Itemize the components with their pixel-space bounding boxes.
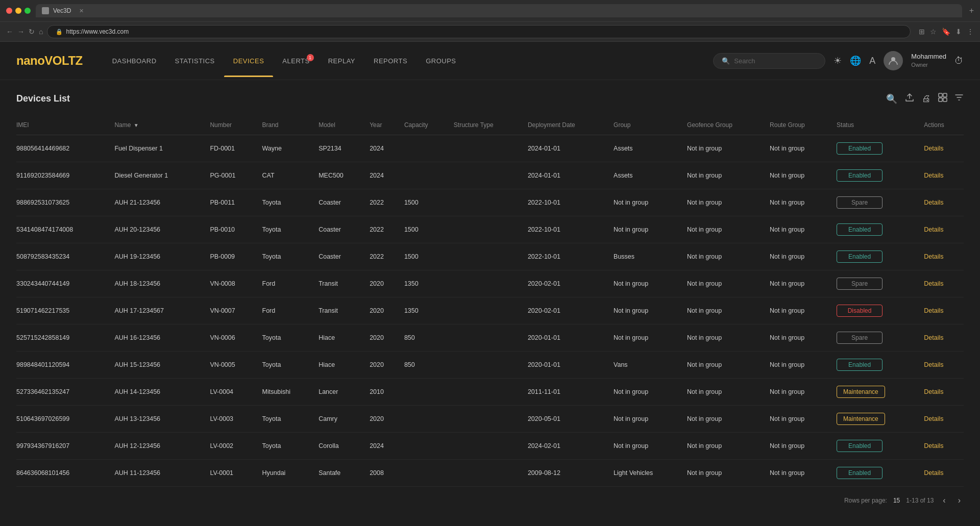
download-icon[interactable]: ⬇: [955, 28, 962, 36]
browser-tab[interactable]: Vec3D ✕: [36, 4, 962, 17]
table-row: 997934367916207 AUH 12-123456 LV-0002 To…: [16, 433, 964, 460]
cell-capacity: 850: [400, 352, 450, 379]
pagination: Rows per page: 15 1-13 of 13 ‹ ›: [16, 487, 964, 506]
status-button[interactable]: Enabled: [837, 142, 883, 155]
status-button[interactable]: Maintenance: [837, 386, 885, 398]
cell-geofence-group: Not in group: [683, 135, 766, 162]
status-button[interactable]: Spare: [837, 278, 883, 290]
cell-capacity: [400, 406, 450, 433]
cell-brand: Toyota: [258, 433, 315, 460]
home-button[interactable]: ⌂: [39, 28, 43, 36]
close-button[interactable]: [6, 8, 12, 14]
status-button[interactable]: Disabled: [837, 305, 883, 317]
language-icon[interactable]: A: [869, 56, 875, 66]
status-button[interactable]: Maintenance: [837, 413, 885, 425]
details-button[interactable]: Details: [924, 469, 943, 477]
back-button[interactable]: ←: [6, 28, 13, 36]
details-button[interactable]: Details: [924, 442, 943, 449]
details-button[interactable]: Details: [924, 415, 943, 422]
cell-actions: Details: [920, 352, 964, 379]
col-structure-type: Structure Type: [450, 115, 524, 135]
star-icon[interactable]: ☆: [930, 28, 937, 36]
menu-icon[interactable]: ⋮: [967, 28, 974, 36]
cell-number: LV-0002: [206, 433, 258, 460]
nav-item-reports[interactable]: REPORTS: [364, 52, 416, 70]
status-button[interactable]: Spare: [837, 196, 883, 209]
col-year: Year: [365, 115, 400, 135]
status-button[interactable]: Enabled: [837, 223, 883, 236]
details-button[interactable]: Details: [924, 334, 943, 341]
cell-number: VN-0007: [206, 297, 258, 324]
status-button[interactable]: Enabled: [837, 169, 883, 182]
details-button[interactable]: Details: [924, 388, 943, 395]
cell-year: 2020: [365, 297, 400, 324]
cell-status: Enabled: [832, 433, 920, 460]
minimize-button[interactable]: [15, 8, 21, 14]
cell-year: 2020: [365, 406, 400, 433]
theme-icon[interactable]: 🌐: [850, 55, 861, 66]
forward-button[interactable]: →: [17, 28, 24, 36]
details-button[interactable]: Details: [924, 280, 943, 287]
print-icon[interactable]: 🖨: [922, 93, 931, 104]
refresh-button[interactable]: ↻: [29, 28, 35, 36]
status-button[interactable]: Enabled: [837, 440, 883, 452]
bookmark-icon[interactable]: 🔖: [942, 28, 950, 36]
status-button[interactable]: Enabled: [837, 359, 883, 371]
grid-view-icon[interactable]: [938, 93, 947, 105]
details-button[interactable]: Details: [924, 253, 943, 260]
search-box[interactable]: 🔍 Search: [713, 53, 825, 69]
cell-geofence-group: Not in group: [683, 460, 766, 487]
details-button[interactable]: Details: [924, 226, 943, 233]
nav-item-groups[interactable]: GROUPS: [416, 52, 465, 70]
prev-page-button[interactable]: ‹: [940, 495, 948, 506]
cell-year: 2022: [365, 216, 400, 243]
fullscreen-button[interactable]: [24, 8, 31, 14]
details-button[interactable]: Details: [924, 199, 943, 206]
nav-item-dashboard[interactable]: DASHBOARD: [103, 52, 166, 70]
upload-icon[interactable]: [904, 92, 915, 105]
col-model: Model: [314, 115, 365, 135]
cell-structure-type: [450, 433, 524, 460]
table-row: 508792583435234 AUH 19-123456 PB-0009 To…: [16, 243, 964, 270]
extensions-icon[interactable]: ⊞: [919, 28, 925, 36]
cell-imei: 988692531073625: [16, 189, 110, 216]
cell-capacity: 850: [400, 324, 450, 352]
cell-group: Not in group: [609, 406, 683, 433]
clock-icon[interactable]: ⏱: [954, 56, 964, 66]
address-bar[interactable]: 🔒 https://www.vec3d.com: [47, 25, 911, 38]
nav-item-alerts[interactable]: ALERTS 1: [273, 52, 318, 70]
nav-item-statistics[interactable]: STATISTICS: [166, 52, 224, 70]
status-button[interactable]: Enabled: [837, 467, 883, 479]
filter-icon[interactable]: [954, 93, 964, 105]
cell-group: Not in group: [609, 270, 683, 297]
cell-number: VN-0008: [206, 270, 258, 297]
next-page-button[interactable]: ›: [955, 495, 964, 506]
cell-number: LV-0004: [206, 379, 258, 406]
cell-brand: Mitsubishi: [258, 379, 315, 406]
cell-brand: Ford: [258, 270, 315, 297]
details-button[interactable]: Details: [924, 145, 943, 152]
cell-geofence-group: Not in group: [683, 270, 766, 297]
cell-geofence-group: Not in group: [683, 189, 766, 216]
col-name[interactable]: Name ▼: [110, 115, 206, 135]
details-button[interactable]: Details: [924, 361, 943, 368]
nav-item-replay[interactable]: REPLAY: [319, 52, 364, 70]
cell-actions: Details: [920, 270, 964, 297]
brightness-icon[interactable]: ☀: [834, 55, 842, 66]
new-tab-button[interactable]: +: [969, 6, 974, 15]
cell-geofence-group: Not in group: [683, 216, 766, 243]
cell-deployment-date: 2022-10-01: [524, 216, 609, 243]
table-row: 330243440744149 AUH 18-123456 VN-0008 Fo…: [16, 270, 964, 297]
details-button[interactable]: Details: [924, 307, 943, 314]
cell-name: AUH 13-123456: [110, 406, 206, 433]
cell-group: Vans: [609, 352, 683, 379]
tab-close-icon[interactable]: ✕: [79, 8, 84, 14]
table-row: 510643697026599 AUH 13-123456 LV-0003 To…: [16, 406, 964, 433]
details-button[interactable]: Details: [924, 172, 943, 179]
status-button[interactable]: Spare: [837, 332, 883, 344]
cell-structure-type: [450, 243, 524, 270]
status-button[interactable]: Enabled: [837, 251, 883, 263]
cell-status: Enabled: [832, 243, 920, 270]
nav-item-devices[interactable]: DEVICES: [224, 52, 274, 70]
search-devices-icon[interactable]: 🔍: [886, 93, 897, 105]
